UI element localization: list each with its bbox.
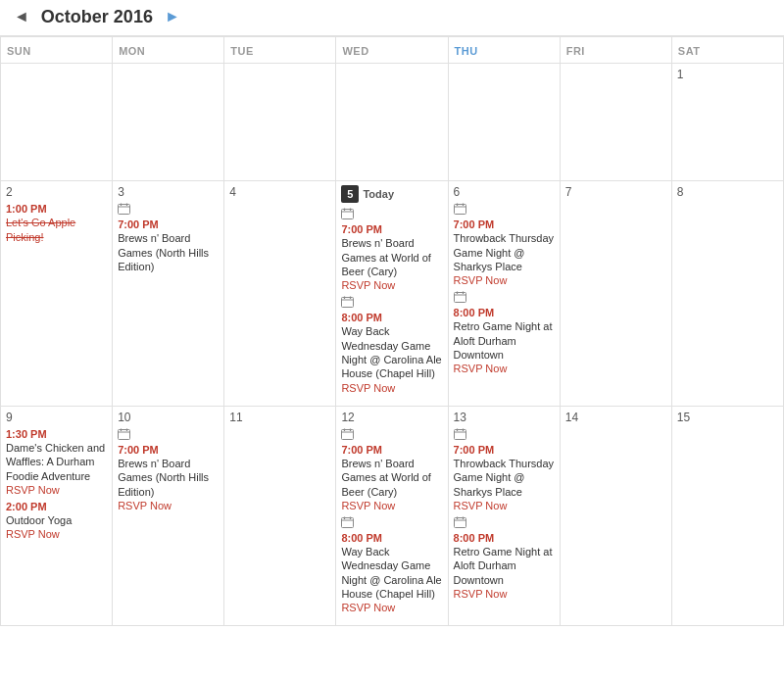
day-number: 11 xyxy=(229,411,330,424)
rsvp-link[interactable]: RSVP Now xyxy=(6,528,107,540)
rsvp-link[interactable]: RSVP Now xyxy=(341,500,442,511)
day-cell-11: 11 xyxy=(224,407,336,627)
day-cell-13: 13 7:00 PM Throwback Thursday Game Night… xyxy=(449,407,561,627)
next-month-button[interactable]: ► xyxy=(161,6,184,27)
today-day-number: 5 xyxy=(341,185,359,203)
today-label: Today xyxy=(363,188,394,200)
event-title: Retro Game Night at Aloft Durham Downtow… xyxy=(454,319,555,362)
rsvp-link[interactable]: RSVP Now xyxy=(454,500,555,511)
rsvp-link[interactable]: RSVP Now xyxy=(341,279,442,291)
day-cell-9: 9 1:30 PM Dame's Chicken and Waffles: A … xyxy=(1,407,113,627)
day-cell-7: 7 xyxy=(561,181,672,407)
day-cell-empty xyxy=(1,64,113,181)
event: 2:00 PM Outdoor Yoga RSVP Now xyxy=(6,500,107,541)
day-number: 15 xyxy=(677,411,778,424)
day-cell-empty xyxy=(561,64,672,181)
rsvp-link[interactable]: RSVP Now xyxy=(454,274,555,286)
event: 7:00 PM Brews n' Board Games (North Hill… xyxy=(118,427,219,511)
day-number: 8 xyxy=(677,185,778,199)
day-number: 2 xyxy=(6,185,107,199)
rsvp-link[interactable]: RSVP Now xyxy=(341,602,442,613)
calendar-icon xyxy=(341,208,354,219)
calendar-icon xyxy=(454,291,466,303)
calendar-icon xyxy=(454,203,466,215)
event: 7:00 PM Brews n' Board Games at World of… xyxy=(341,427,442,511)
event-time: 2:00 PM xyxy=(6,500,107,513)
day-cell-14: 14 xyxy=(561,407,672,627)
prev-month-button[interactable]: ◄ xyxy=(10,6,33,27)
svg-rect-4 xyxy=(342,210,354,219)
event-title: Throwback Thursday Game Night @ Sharkys … xyxy=(454,457,555,499)
event-title: Dame's Chicken and Waffles: A Durham Foo… xyxy=(6,441,107,483)
day-cell-12: 12 7:00 PM Brews n' Board Games at World… xyxy=(336,407,448,627)
event-title: Throwback Thursday Game Night @ Sharkys … xyxy=(454,231,555,273)
event-title: Way Back Wednesday Game Night @ Carolina… xyxy=(341,324,442,380)
header-thu: THU xyxy=(449,37,561,64)
event: 8:00 PM Way Back Wednesday Game Night @ … xyxy=(341,295,442,393)
rsvp-link[interactable]: RSVP Now xyxy=(6,484,107,496)
day-cell-4: 4 xyxy=(224,181,336,407)
svg-rect-28 xyxy=(342,517,354,527)
event: 7:00 PM Throwback Thursday Game Night @ … xyxy=(454,202,555,286)
calendar-icon xyxy=(454,428,466,440)
day-cell-empty xyxy=(336,64,448,181)
svg-rect-20 xyxy=(119,429,130,439)
day-number: 6 xyxy=(454,185,555,199)
event-time: 8:00 PM xyxy=(341,311,442,324)
calendar-grid: SUN MON TUE WED THU FRI SAT 1 2 1:00 PM … xyxy=(0,36,784,626)
header-sat: SAT xyxy=(672,37,784,64)
day-cell-5-today: 5 Today 7:00 PM Brews n' Board Games at … xyxy=(336,181,448,407)
header-sun: SUN xyxy=(1,37,113,64)
event: 1:00 PM Let's Go Apple Picking! xyxy=(6,202,107,244)
calendar-header: ◄ October 2016 ► xyxy=(0,0,784,36)
day-cell-15: 15 xyxy=(672,407,784,627)
event-time: 7:00 PM xyxy=(118,443,219,457)
header-wed: WED xyxy=(336,37,448,64)
svg-rect-12 xyxy=(454,205,466,215)
event: 8:00 PM Way Back Wednesday Game Night @ … xyxy=(341,515,442,613)
day-number: 1 xyxy=(677,68,778,81)
day-number: 7 xyxy=(565,185,666,199)
day-number: 4 xyxy=(229,185,330,199)
event-time: 7:00 PM xyxy=(454,443,555,457)
day-cell-2: 2 1:00 PM Let's Go Apple Picking! xyxy=(1,181,113,407)
event-time: 8:00 PM xyxy=(454,531,555,545)
event-title: Brews n' Board Games at World of Beer (C… xyxy=(341,236,442,278)
event-time: 7:00 PM xyxy=(341,222,442,236)
calendar-container: ◄ October 2016 ► SUN MON TUE WED THU FRI… xyxy=(0,0,784,626)
event: 7:00 PM Throwback Thursday Game Night @ … xyxy=(454,427,555,511)
event-time: 7:00 PM xyxy=(118,218,219,231)
rsvp-link[interactable]: RSVP Now xyxy=(454,588,555,600)
event: 7:00 PM Brews n' Board Games (North Hill… xyxy=(118,202,219,273)
svg-rect-24 xyxy=(342,429,354,439)
calendar-icon xyxy=(341,428,354,440)
day-cell-empty xyxy=(113,64,224,181)
calendar-icon xyxy=(118,203,130,215)
calendar-icon xyxy=(454,516,466,528)
event-title: Brews n' Board Games (North Hills Editio… xyxy=(118,457,219,499)
event-time: 8:00 PM xyxy=(341,531,442,545)
event-time: 7:00 PM xyxy=(454,218,555,231)
day-number: 13 xyxy=(454,411,555,424)
day-number: 10 xyxy=(118,411,219,424)
calendar-title: October 2016 xyxy=(41,7,153,27)
svg-rect-16 xyxy=(454,293,466,303)
svg-rect-8 xyxy=(342,298,354,308)
event: 1:30 PM Dame's Chicken and Waffles: A Du… xyxy=(6,427,107,496)
header-mon: MON xyxy=(113,37,224,64)
rsvp-link[interactable]: RSVP Now xyxy=(454,363,555,374)
day-number: 12 xyxy=(341,411,442,424)
event-title: Outdoor Yoga xyxy=(6,513,107,527)
day-number: 14 xyxy=(565,411,666,424)
day-cell-10: 10 7:00 PM Brews n' Board Games (North H… xyxy=(113,407,224,627)
event: 8:00 PM Retro Game Night at Aloft Durham… xyxy=(454,290,555,374)
rsvp-link[interactable]: RSVP Now xyxy=(341,382,442,394)
event-time: 1:30 PM xyxy=(6,427,107,441)
day-number: 9 xyxy=(6,411,107,424)
header-fri: FRI xyxy=(561,37,672,64)
day-cell-empty xyxy=(224,64,336,181)
rsvp-link[interactable]: RSVP Now xyxy=(118,500,219,511)
event-time: 7:00 PM xyxy=(341,443,442,457)
calendar-icon xyxy=(341,296,354,308)
svg-rect-32 xyxy=(454,429,466,439)
